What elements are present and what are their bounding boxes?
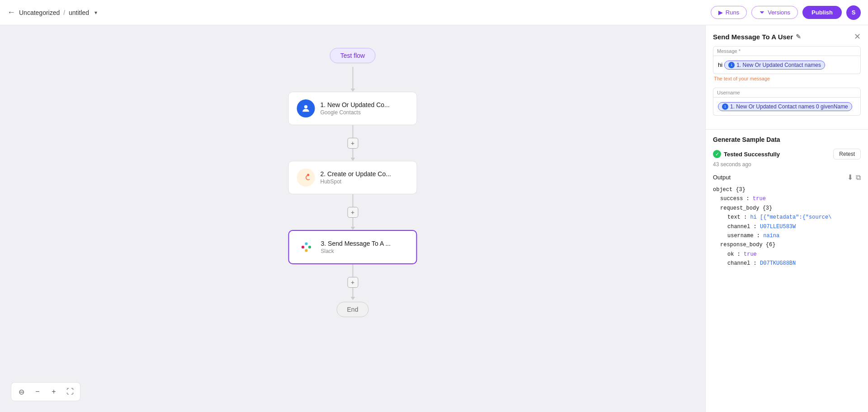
test-status-row: ✓ Tested Successfully Retest xyxy=(713,149,861,159)
output-header: Output ⬇ ⧉ xyxy=(713,173,861,182)
connector-2: + xyxy=(347,194,358,230)
versions-button[interactable]: ⏷ Versions xyxy=(751,6,798,19)
google-contacts-icon xyxy=(297,99,315,117)
download-output-button[interactable]: ⬇ xyxy=(847,173,853,182)
connector-3: + xyxy=(347,264,358,300)
output-line-5: username : naina xyxy=(713,231,861,240)
connector-line-2a xyxy=(352,194,353,207)
close-panel-button[interactable]: ✕ xyxy=(854,32,861,42)
canvas[interactable]: Test flow 1. New Or xyxy=(0,25,705,412)
publish-button[interactable]: Publish xyxy=(802,6,842,19)
connector-1: + xyxy=(347,125,358,161)
output-line-2: request_body {3} xyxy=(713,204,861,213)
message-field-label: Message * xyxy=(713,46,861,56)
panel-title-text: Send Message To A User xyxy=(713,33,793,41)
svg-rect-5 xyxy=(308,246,311,248)
arrow-2 xyxy=(350,227,355,230)
svg-rect-6 xyxy=(305,249,308,252)
node-2-info: 2. Create or Update Co... HubSpot xyxy=(321,170,409,185)
svg-rect-7 xyxy=(304,245,308,249)
breadcrumb-name[interactable]: untitled xyxy=(69,9,89,16)
breadcrumb-category[interactable]: Uncategorized xyxy=(19,9,60,16)
message-helper-text: The text of your message xyxy=(713,76,861,81)
back-button[interactable]: ← xyxy=(7,8,15,17)
test-status-text: Tested Successfully xyxy=(724,151,780,158)
flow-node-2[interactable]: 2. Create or Update Co... HubSpot xyxy=(288,161,417,194)
svg-rect-4 xyxy=(305,243,308,245)
copy-output-button[interactable]: ⧉ xyxy=(856,173,861,182)
test-time: 43 seconds ago xyxy=(713,161,861,168)
test-status-left: ✓ Tested Successfully xyxy=(713,150,780,158)
slack-svg xyxy=(300,240,313,254)
node-2-title: 2. Create or Update Co... xyxy=(321,170,409,178)
output-line-4: channel : U07LLEU583W xyxy=(713,222,861,231)
zoom-out-small-button[interactable]: ⊖ xyxy=(14,384,28,399)
username-field-content[interactable]: 1 1. New Or Updated Contact names 0 give… xyxy=(713,98,861,116)
zoom-out-button[interactable]: − xyxy=(30,384,45,399)
panel-scroll-area: Message * hi 1 1. New Or Updated Contact… xyxy=(706,46,868,129)
panel-title: Send Message To A User ✎ xyxy=(713,33,801,41)
node-1-info: 1. New Or Updated Co... Google Contacts xyxy=(321,101,409,116)
node-1-title: 1. New Or Updated Co... xyxy=(321,101,409,108)
message-required-star: * xyxy=(739,48,741,54)
output-line-6: response_body {6} xyxy=(713,240,861,249)
arrow-down xyxy=(350,89,355,92)
edit-title-icon[interactable]: ✎ xyxy=(796,33,801,40)
right-panel: Send Message To A User ✎ ✕ Message * hi … xyxy=(705,25,868,412)
node-3-info: 3. Send Message To A ... Slack xyxy=(321,240,408,254)
message-field-content[interactable]: hi 1 1. New Or Updated Contact names xyxy=(713,56,861,74)
arrow-3 xyxy=(350,297,355,300)
main-content: Test flow 1. New Or xyxy=(0,25,868,412)
end-node: End xyxy=(337,302,369,317)
runs-button[interactable]: ▶ Runs xyxy=(711,6,747,19)
output-line-8: channel : D07TKUG88BN xyxy=(713,259,861,268)
generate-section: Generate Sample Data ✓ Tested Successful… xyxy=(706,130,868,412)
add-step-button-2[interactable]: + xyxy=(347,207,358,218)
username-chip[interactable]: 1 1. New Or Updated Contact names 0 give… xyxy=(718,102,852,111)
panel-header: Send Message To A User ✎ ✕ xyxy=(706,25,868,46)
connector-line-1a xyxy=(352,125,353,138)
person-svg xyxy=(301,103,311,113)
add-step-button-1[interactable]: + xyxy=(347,138,358,149)
zoom-fit-button[interactable]: ⛶ xyxy=(63,384,77,399)
message-chip-icon: 1 xyxy=(728,62,735,68)
connector-line-2b xyxy=(352,218,353,227)
generate-title: Generate Sample Data xyxy=(713,136,861,143)
flow-node-3[interactable]: 3. Send Message To A ... Slack xyxy=(288,230,417,264)
output-label: Output xyxy=(713,174,731,181)
breadcrumb-separator: / xyxy=(63,9,65,16)
flow-node-1[interactable]: 1. New Or Updated Co... Google Contacts xyxy=(288,92,417,125)
svg-point-2 xyxy=(307,174,309,176)
test-flow-pill[interactable]: Test flow xyxy=(330,48,375,63)
connector-line xyxy=(352,67,353,80)
add-step-button-3[interactable]: + xyxy=(347,277,358,288)
node-2-subtitle: HubSpot xyxy=(321,178,409,185)
success-icon: ✓ xyxy=(713,150,721,158)
output-line-0: object {3} xyxy=(713,185,861,194)
username-label-text: Username xyxy=(717,90,740,95)
breadcrumb: Uncategorized / untitled xyxy=(19,9,89,16)
connector-line-3a xyxy=(352,264,353,277)
connector-line-1b xyxy=(352,149,353,158)
message-field-group: Message * hi 1 1. New Or Updated Contact… xyxy=(713,46,861,81)
connector-0 xyxy=(350,67,355,92)
header-left: ← Uncategorized / untitled ▾ xyxy=(7,8,97,17)
zoom-in-button[interactable]: + xyxy=(47,384,61,399)
panel-top: Send Message To A User ✎ ✕ Message * hi … xyxy=(706,25,868,130)
output-line-3: text : hi [{"metadata":{"source\ xyxy=(713,213,861,222)
avatar[interactable]: S xyxy=(846,5,861,20)
username-chip-icon: 1 xyxy=(722,103,728,110)
breadcrumb-dropdown-icon[interactable]: ▾ xyxy=(94,9,97,16)
arrow-1 xyxy=(350,158,355,161)
flow-container: Test flow 1. New Or xyxy=(288,48,417,317)
message-prefix-text: hi xyxy=(718,61,722,68)
code-output: object {3} success : true request_body {… xyxy=(713,185,861,268)
zoom-controls: ⊖ − + ⛶ xyxy=(11,382,80,401)
output-line-7: ok : true xyxy=(713,250,861,259)
runs-label: Runs xyxy=(726,9,739,16)
message-chip[interactable]: 1 1. New Or Updated Contact names xyxy=(724,61,825,70)
node-1-subtitle: Google Contacts xyxy=(321,109,409,116)
retest-button[interactable]: Retest xyxy=(833,149,861,159)
username-field-group: Username 1 1. New Or Updated Contact nam… xyxy=(713,88,861,116)
slack-icon xyxy=(297,238,316,256)
